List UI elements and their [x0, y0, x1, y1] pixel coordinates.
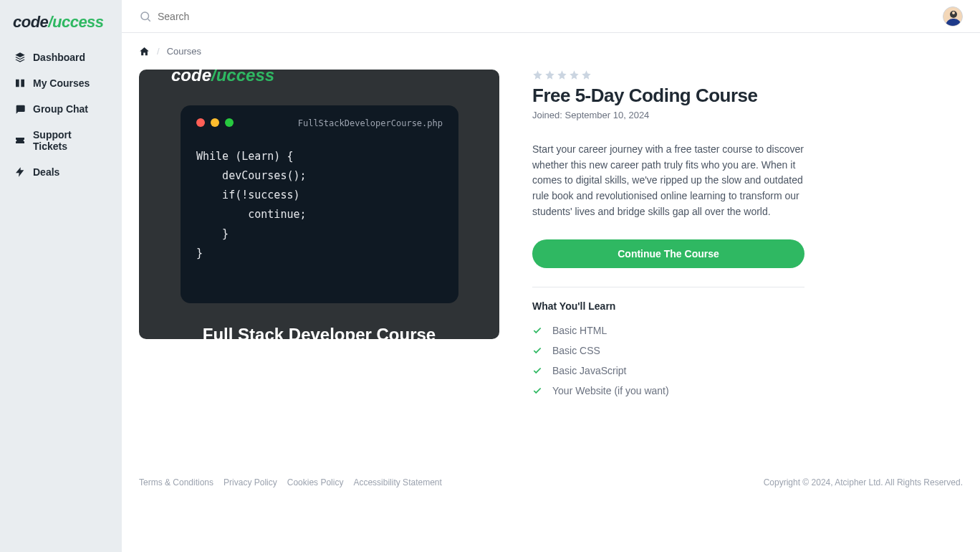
check-icon [532, 366, 542, 376]
footer-link-terms[interactable]: Terms & Conditions [139, 477, 213, 487]
sidebar-item-group-chat[interactable]: Group Chat [7, 97, 115, 120]
sidebar-item-label: Dashboard [33, 52, 85, 63]
learn-list: Basic HTML Basic CSS Basic JavaScript [532, 320, 804, 401]
sidebar: code/uccess Dashboard My Courses Group C… [0, 0, 122, 552]
star-icon [581, 70, 592, 80]
sidebar-item-deals[interactable]: Deals [7, 161, 115, 184]
code-window: FullStackDeveloperCourse.php While (Lear… [181, 105, 458, 303]
sidebar-item-label: Group Chat [33, 103, 88, 115]
learn-item-label: Basic HTML [552, 325, 607, 336]
sidebar-item-support-tickets[interactable]: Support Tickets [7, 123, 115, 158]
course-description: Start your career journey with a free ta… [532, 142, 804, 219]
sidebar-item-dashboard[interactable]: Dashboard [7, 46, 115, 69]
brand-part1: code [13, 13, 48, 31]
book-icon [14, 77, 26, 89]
rating-stars [532, 70, 804, 80]
course-info: Free 5-Day Coding Course Joined: Septemb… [532, 70, 804, 401]
star-icon [544, 70, 555, 80]
brand-logo[interactable]: code/uccess [0, 6, 122, 46]
learn-item-label: Your Website (if you want) [552, 385, 669, 396]
sidebar-item-label: Deals [33, 166, 59, 178]
check-icon [532, 386, 542, 396]
breadcrumb: / Courses [139, 46, 963, 57]
window-dot-yellow [211, 118, 219, 127]
search-icon [139, 10, 152, 23]
home-icon[interactable] [139, 46, 150, 57]
star-icon [532, 70, 543, 80]
course-joined: Joined: September 10, 2024 [532, 110, 804, 120]
learn-item-label: Basic CSS [552, 345, 600, 356]
code-content: While (Learn) { devCourses(); if(!succes… [196, 147, 443, 263]
topbar [122, 0, 980, 33]
learn-item: Basic JavaScript [532, 361, 804, 381]
check-icon [532, 346, 542, 356]
star-icon [557, 70, 567, 80]
brand-part2: /uccess [48, 13, 103, 31]
breadcrumb-current: Courses [167, 46, 201, 57]
breadcrumb-sep: / [157, 46, 160, 57]
bolt-icon [14, 166, 26, 178]
image-card-logo: code/uccess [171, 70, 274, 85]
footer-link-accessibility[interactable]: Accessibility Statement [353, 477, 441, 487]
sidebar-nav: Dashboard My Courses Group Chat Support … [0, 46, 122, 184]
sidebar-item-my-courses[interactable]: My Courses [7, 72, 115, 95]
layers-icon [14, 52, 26, 63]
footer-copyright: Copyright © 2024, Atcipher Ltd. All Righ… [764, 477, 963, 487]
svg-point-0 [141, 12, 149, 20]
sidebar-item-label: Support Tickets [33, 129, 107, 152]
code-filename: FullStackDeveloperCourse.php [298, 118, 443, 128]
learn-item-label: Basic JavaScript [552, 365, 626, 376]
learn-item: Basic CSS [532, 341, 804, 361]
svg-line-1 [148, 19, 150, 21]
course-image-card: code/uccess FullStackDeveloperCourse.php… [139, 70, 499, 339]
footer-link-privacy[interactable]: Privacy Policy [224, 477, 277, 487]
window-dot-red [196, 118, 205, 127]
chat-icon [14, 103, 26, 115]
footer-link-cookies[interactable]: Cookies Policy [287, 477, 344, 487]
window-dot-green [225, 118, 234, 127]
avatar[interactable] [943, 6, 963, 27]
search-input[interactable] [158, 11, 373, 22]
continue-course-button[interactable]: Continue The Course [532, 239, 804, 268]
divider [532, 287, 804, 287]
image-card-caption: Full Stack Developer Course [139, 325, 499, 339]
footer: Terms & Conditions Privacy Policy Cookie… [139, 462, 963, 552]
learn-item: Basic HTML [532, 320, 804, 341]
ticket-icon [14, 135, 26, 146]
star-icon [569, 70, 580, 80]
check-icon [532, 325, 542, 336]
learn-title: What You'll Learn [532, 300, 804, 312]
sidebar-item-label: My Courses [33, 77, 90, 89]
course-title: Free 5-Day Coding Course [532, 85, 804, 107]
learn-item: Your Website (if you want) [532, 381, 804, 401]
